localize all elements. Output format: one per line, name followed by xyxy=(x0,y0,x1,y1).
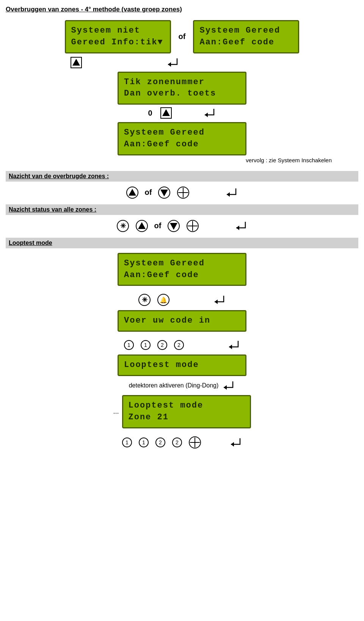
flow-row-key0: 0 xyxy=(9,107,355,119)
svg-text:1: 1 xyxy=(144,342,147,348)
looptest-col: Systeem Gereed Aan:Geef code ✳ 🔔 xyxy=(6,253,358,454)
key-0: 0 xyxy=(148,109,152,118)
up-circle-icon xyxy=(126,186,139,199)
svg-text:1: 1 xyxy=(126,439,129,445)
symbols-row-code-1: 1 1 2 xyxy=(124,339,240,351)
svg-marker-38 xyxy=(224,385,227,390)
enter-icon-3 xyxy=(224,187,238,198)
up-arrow-icon-1 xyxy=(70,56,82,69)
num-2c-icon: 2 xyxy=(155,437,166,448)
vervolg-text: vervolg : zie Systeem Inschakelen xyxy=(9,157,355,163)
svg-marker-37 xyxy=(229,345,232,349)
of-text-2: of xyxy=(145,188,152,197)
svg-marker-13 xyxy=(227,192,230,197)
enter-icon-8 xyxy=(229,437,242,448)
svg-marker-5 xyxy=(205,113,208,117)
asterisk-circle-icon-2: ✳ xyxy=(138,293,151,306)
dots-text: ... xyxy=(113,408,119,416)
svg-text:✳: ✳ xyxy=(142,296,147,304)
symbols-row-2: of xyxy=(6,186,358,199)
svg-marker-7 xyxy=(129,189,136,196)
page-wrapper: Overbruggen van zones - 4° methode (vast… xyxy=(6,6,358,454)
flow-row-arrows-1 xyxy=(9,56,355,69)
crosshair-icon-2 xyxy=(186,220,199,232)
num-2b-icon: 2 xyxy=(174,340,184,350)
lcd3-col: Tik zonenummer Dan overb. toets xyxy=(9,72,355,105)
of-text-3: of xyxy=(154,221,162,230)
lcd-tik-zonenummer: Tik zonenummer Dan overb. toets xyxy=(118,72,246,105)
down-circle-icon-2 xyxy=(167,220,180,232)
svg-marker-9 xyxy=(160,190,168,196)
up-circle-icon-2 xyxy=(135,220,148,232)
svg-marker-23 xyxy=(236,226,239,230)
lcd-looptest-1: Systeem Gereed Aan:Geef code xyxy=(118,253,246,286)
num-2d-icon: 2 xyxy=(172,437,182,448)
lcd-systeem-gereed-1: Systeem Gereed Aan:Geef code xyxy=(193,20,299,53)
section-header-4: Looptest mode xyxy=(6,238,358,248)
num-1d-icon: 1 xyxy=(138,437,149,448)
svg-marker-2 xyxy=(168,62,171,67)
section-header-3: Nazicht status van alle zones : xyxy=(6,204,358,215)
section-overbruggen: Systeem niet Gereed Info:tik▼ of Systeem… xyxy=(6,20,358,163)
num-1a-icon: 1 xyxy=(124,340,134,350)
section-nazicht-status: Nazicht status van alle zones : ✳ of xyxy=(6,204,358,232)
lcd4-col: Systeem Gereed Aan:Geef code xyxy=(9,122,355,155)
section-nazicht-overbrugde: Nazicht van de overbrugde zones : of xyxy=(6,171,358,199)
asterisk-circle-icon: ✳ xyxy=(116,220,129,232)
svg-text:✳: ✳ xyxy=(120,222,126,230)
lcd1-container: Systeem niet Gereed Info:tik▼ xyxy=(65,20,171,53)
crosshair-icon-3 xyxy=(188,436,201,449)
svg-marker-1 xyxy=(72,59,80,66)
svg-text:2: 2 xyxy=(159,439,162,445)
num-2a-icon: 2 xyxy=(157,340,168,350)
svg-text:2: 2 xyxy=(176,439,179,445)
svg-marker-17 xyxy=(138,222,146,229)
lcd-voer-code: Voer uw code in xyxy=(118,310,246,332)
svg-marker-50 xyxy=(231,442,234,447)
symbols-row-looptest-1: ✳ 🔔 xyxy=(138,293,226,306)
page-title: Overbruggen van zones - 4° methode (vast… xyxy=(6,6,358,13)
flow-row-1: Systeem niet Gereed Info:tik▼ of Systeem… xyxy=(9,20,355,53)
svg-marker-4 xyxy=(162,109,170,116)
section-looptest: Looptest mode Systeem Gereed Aan:Geef co… xyxy=(6,238,358,454)
num-1c-icon: 1 xyxy=(122,437,132,448)
enter-icon-6 xyxy=(227,339,240,351)
svg-text:1: 1 xyxy=(127,342,130,348)
svg-marker-28 xyxy=(215,300,218,304)
enter-icon-7 xyxy=(221,380,235,391)
lcd-systeem-gereed-2: Systeem Gereed Aan:Geef code xyxy=(118,122,246,155)
bell-circle-icon: 🔔 xyxy=(157,293,170,306)
enter-icon-2 xyxy=(202,107,216,119)
svg-text:2: 2 xyxy=(161,342,164,348)
enter-icon-4 xyxy=(234,220,248,232)
up-arrow-icon-2 xyxy=(160,107,172,119)
svg-text:1: 1 xyxy=(142,439,145,445)
enter-icon-1 xyxy=(166,57,179,68)
svg-text:2: 2 xyxy=(177,342,180,348)
of-text-1: of xyxy=(179,32,186,41)
lcd-looptest-zone: Looptest mode Zone 21 xyxy=(122,395,251,428)
symbols-row-3: ✳ of xyxy=(6,220,358,232)
enter-icon-5 xyxy=(212,294,226,306)
section-header-2: Nazicht van de overbrugde zones : xyxy=(6,171,358,182)
lcd-looptest-mode: Looptest mode xyxy=(118,354,246,376)
svg-text:🔔: 🔔 xyxy=(160,296,167,304)
detektoren-text: detektoren aktiveren (Ding-Dong) xyxy=(129,382,219,389)
crosshair-icon-1 xyxy=(177,186,190,199)
down-circle-icon xyxy=(158,186,171,199)
svg-marker-19 xyxy=(170,223,177,230)
lcd-systeem-niet: Systeem niet Gereed Info:tik▼ xyxy=(65,20,171,53)
symbols-row-code-2: 1 1 2 xyxy=(122,436,242,449)
num-1b-icon: 1 xyxy=(140,340,151,350)
